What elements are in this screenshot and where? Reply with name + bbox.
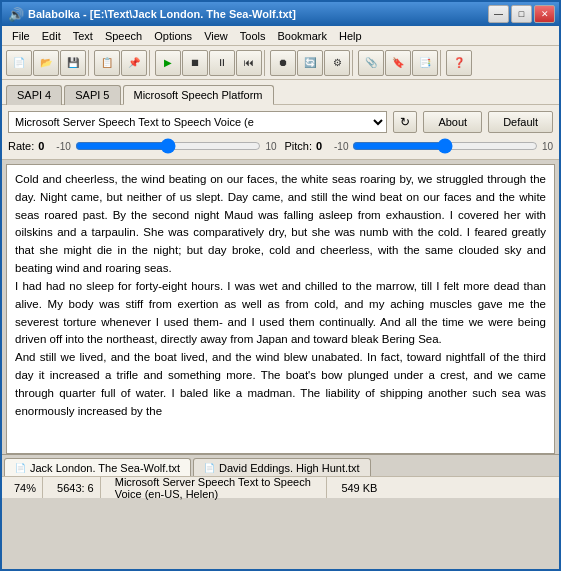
extra1-button[interactable]: 📎	[358, 50, 384, 76]
rate-label: Rate:	[8, 140, 34, 152]
rate-value: 0	[38, 140, 52, 152]
status-position: 5643: 6	[51, 477, 101, 498]
position-value: 5643: 6	[57, 482, 94, 494]
open-button[interactable]: 📂	[33, 50, 59, 76]
minimize-button[interactable]: —	[488, 5, 509, 23]
tab-sapi5[interactable]: SAPI 5	[64, 85, 120, 105]
title-bar-left: 🔊 Balabolka - [E:\Text\Jack London. The …	[8, 7, 296, 22]
close-button[interactable]: ✕	[534, 5, 555, 23]
default-button[interactable]: Default	[488, 111, 553, 133]
rate-slider-group: Rate: 0 -10 10	[8, 139, 277, 153]
pitch-label: Pitch:	[285, 140, 313, 152]
menu-file[interactable]: File	[6, 28, 36, 44]
toolbar-sep2	[149, 50, 153, 76]
voice-panel: Microsoft Server Speech Text to Speech V…	[2, 105, 559, 160]
new-button[interactable]: 📄	[6, 50, 32, 76]
menu-bar: File Edit Text Speech Options View Tools…	[2, 26, 559, 46]
rate-min: -10	[56, 141, 70, 152]
doc-tab-label-1: Jack London. The Sea-Wolf.txt	[30, 462, 180, 474]
toolbar-sep4	[352, 50, 356, 76]
save-button[interactable]: 💾	[60, 50, 86, 76]
toolbar-sep3	[264, 50, 268, 76]
sliders-row: Rate: 0 -10 10 Pitch: 0 -10 10	[8, 139, 553, 153]
doc-tab-icon-2: 📄	[204, 463, 215, 473]
settings-button[interactable]: ⚙	[324, 50, 350, 76]
about-button[interactable]: About	[423, 111, 482, 133]
play-button[interactable]: ▶	[155, 50, 181, 76]
doc-tab-seawolf[interactable]: 📄 Jack London. The Sea-Wolf.txt	[4, 458, 191, 476]
zoom-value: 74%	[14, 482, 36, 494]
voice-select-row: Microsoft Server Speech Text to Speech V…	[8, 111, 553, 133]
pitch-max: 10	[542, 141, 553, 152]
rewind-button[interactable]: ⏮	[236, 50, 262, 76]
menu-tools[interactable]: Tools	[234, 28, 272, 44]
status-bar: 74% 5643: 6 Microsoft Server Speech Text…	[2, 476, 559, 498]
doc-tab-label-2: David Eddings. High Hunt.txt	[219, 462, 360, 474]
menu-view[interactable]: View	[198, 28, 234, 44]
rate-max: 10	[265, 141, 276, 152]
app-icon: 🔊	[8, 7, 24, 22]
file-size: 549 KB	[341, 482, 377, 494]
title-bar-buttons: — □ ✕	[488, 5, 555, 23]
tab-ms-speech[interactable]: Microsoft Speech Platform	[123, 85, 274, 105]
menu-options[interactable]: Options	[148, 28, 198, 44]
pause-button[interactable]: ⏸	[209, 50, 235, 76]
text-area-wrapper: Cold and cheerless, the wind beating on …	[6, 164, 555, 454]
voice-select-wrapper: Microsoft Server Speech Text to Speech V…	[8, 111, 387, 133]
doc-tab-highhunt[interactable]: 📄 David Eddings. High Hunt.txt	[193, 458, 371, 476]
menu-help[interactable]: Help	[333, 28, 368, 44]
help-btn[interactable]: ❓	[446, 50, 472, 76]
convert-button[interactable]: 🔄	[297, 50, 323, 76]
menu-text[interactable]: Text	[67, 28, 99, 44]
paste-button[interactable]: 📌	[121, 50, 147, 76]
text-content[interactable]: Cold and cheerless, the wind beating on …	[7, 165, 554, 453]
pitch-slider-track	[352, 139, 537, 153]
doc-tab-icon-1: 📄	[15, 463, 26, 473]
extra2-button[interactable]: 🔖	[385, 50, 411, 76]
menu-bookmark[interactable]: Bookmark	[271, 28, 333, 44]
title-bar: 🔊 Balabolka - [E:\Text\Jack London. The …	[2, 2, 559, 26]
extra3-button[interactable]: 📑	[412, 50, 438, 76]
record-button[interactable]: ⏺	[270, 50, 296, 76]
menu-speech[interactable]: Speech	[99, 28, 148, 44]
main-window: 🔊 Balabolka - [E:\Text\Jack London. The …	[0, 0, 561, 571]
pitch-value: 0	[316, 140, 330, 152]
copy-button[interactable]: 📋	[94, 50, 120, 76]
toolbar-sep5	[440, 50, 444, 76]
toolbar-sep1	[88, 50, 92, 76]
window-title: Balabolka - [E:\Text\Jack London. The Se…	[28, 8, 296, 20]
pitch-slider-group: Pitch: 0 -10 10	[285, 139, 554, 153]
pitch-min: -10	[334, 141, 348, 152]
pitch-slider[interactable]	[352, 139, 537, 153]
status-size: 549 KB	[335, 477, 553, 498]
stop-button[interactable]: ⏹	[182, 50, 208, 76]
menu-edit[interactable]: Edit	[36, 28, 67, 44]
rate-slider-track	[75, 139, 262, 153]
maximize-button[interactable]: □	[511, 5, 532, 23]
tabs-area: SAPI 4 SAPI 5 Microsoft Speech Platform	[2, 80, 559, 105]
status-zoom: 74%	[8, 477, 43, 498]
rate-slider[interactable]	[75, 139, 262, 153]
status-voice: Microsoft Server Speech Text to Speech V…	[109, 477, 328, 498]
doc-tabs: 📄 Jack London. The Sea-Wolf.txt 📄 David …	[2, 454, 559, 476]
tab-sapi4[interactable]: SAPI 4	[6, 85, 62, 105]
toolbar: 📄 📂 💾 📋 📌 ▶ ⏹ ⏸ ⏮ ⏺ 🔄 ⚙ 📎 🔖 📑 ❓	[2, 46, 559, 80]
voice-status: Microsoft Server Speech Text to Speech V…	[115, 476, 321, 500]
refresh-button[interactable]: ↻	[393, 111, 417, 133]
voice-select[interactable]: Microsoft Server Speech Text to Speech V…	[8, 111, 387, 133]
